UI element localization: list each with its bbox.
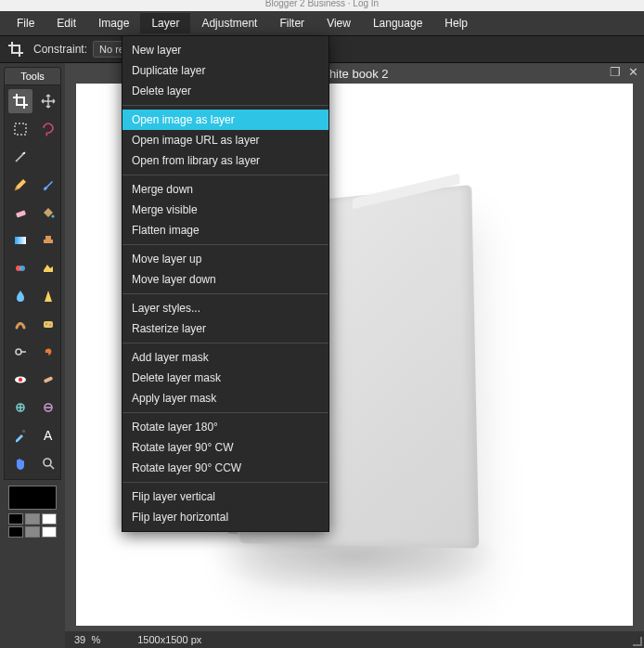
menu-separator [122, 343, 328, 343]
layer-menu-new-layer[interactable]: New layer [122, 40, 328, 60]
menu-view[interactable]: View [316, 13, 362, 33]
crop-icon [6, 39, 26, 59]
zoom-percent: 39 [74, 634, 85, 645]
layer-menu-rasterize-layer[interactable]: Rasterize layer [122, 318, 328, 339]
type-tool[interactable]: A [36, 423, 60, 447]
menu-edit[interactable]: Edit [45, 13, 87, 33]
layer-menu-rotate-layer-90-cw[interactable]: Rotate layer 90° CW [122, 437, 328, 458]
menu-filter[interactable]: Filter [268, 13, 316, 33]
svg-point-20 [44, 459, 51, 466]
sharpen-tool[interactable] [36, 284, 60, 308]
layer-menu-delete-layer[interactable]: Delete layer [122, 81, 328, 101]
spot-heal-tool[interactable] [36, 368, 60, 392]
browser-tab-title: Blogger 2 Business · Log In [0, 0, 644, 11]
layer-menu-dropdown: New layerDuplicate layerDelete layerOpen… [122, 35, 329, 532]
close-icon[interactable]: ✕ [628, 65, 638, 79]
dodge-tool[interactable] [8, 340, 32, 364]
swatch-gray[interactable] [25, 513, 40, 525]
lasso-tool[interactable] [36, 117, 60, 141]
menu-separator [122, 293, 328, 294]
resize-handle-icon[interactable] [633, 637, 642, 646]
svg-point-11 [49, 324, 51, 326]
layer-menu-move-layer-up[interactable]: Move layer up [122, 249, 328, 269]
gradient-tool[interactable] [8, 228, 32, 253]
tools-panel: Tools A [0, 63, 65, 648]
swatch-white[interactable] [42, 513, 57, 525]
layer-menu-merge-down[interactable]: Merge down [122, 179, 328, 200]
burn-tool[interactable] [36, 340, 60, 364]
menu-file[interactable]: File [6, 13, 45, 33]
svg-rect-2 [16, 210, 26, 217]
menu-image[interactable]: Image [87, 13, 140, 33]
svg-point-10 [45, 323, 47, 325]
color-picker-tool[interactable] [8, 423, 32, 447]
layer-menu-rotate-layer-180[interactable]: Rotate layer 180° [122, 417, 328, 437]
status-bar: 39 % 1500x1500 px [65, 631, 644, 648]
svg-rect-6 [44, 240, 53, 243]
clone-stamp-tool[interactable] [36, 228, 60, 253]
eraser-tool[interactable] [8, 201, 32, 225]
svg-rect-0 [15, 123, 26, 135]
constraint-label: Constraint: [33, 43, 87, 56]
smudge-tool[interactable] [8, 312, 32, 336]
menu-separator [122, 244, 328, 245]
layer-menu-flip-layer-vertical[interactable]: Flip layer vertical [122, 486, 328, 507]
tools-grid: A [4, 85, 61, 480]
menu-layer[interactable]: Layer [140, 13, 190, 33]
blur-tool[interactable] [8, 284, 32, 308]
restore-window-icon[interactable]: ❐ [610, 65, 621, 79]
wand-tool[interactable] [8, 145, 32, 169]
menu-separator [122, 412, 328, 413]
svg-rect-5 [45, 236, 51, 240]
zoom-tool[interactable] [36, 451, 60, 475]
menu-separator [122, 482, 328, 483]
canvas-dimensions: 1500x1500 px [137, 634, 201, 645]
svg-point-12 [16, 349, 21, 355]
drawing-tool[interactable] [36, 256, 60, 280]
svg-point-3 [51, 214, 54, 217]
hand-tool[interactable] [8, 451, 32, 475]
layer-menu-layer-styles[interactable]: Layer styles... [122, 298, 328, 318]
layer-menu-open-image-as-layer[interactable]: Open image as layer [122, 110, 328, 130]
layer-menu-apply-layer-mask[interactable]: Apply layer mask [122, 388, 328, 408]
pencil-tool[interactable] [8, 173, 32, 197]
sponge-tool[interactable] [36, 312, 60, 336]
pinch-tool[interactable] [36, 395, 60, 420]
foreground-color-swatch[interactable] [8, 486, 57, 510]
menu-help[interactable]: Help [433, 13, 479, 33]
layer-menu-merge-visible[interactable]: Merge visible [122, 200, 328, 220]
color-replace-tool[interactable] [8, 256, 32, 280]
menu-separator [122, 105, 328, 106]
red-eye-tool[interactable] [8, 368, 32, 392]
svg-rect-4 [15, 237, 26, 244]
paint-bucket-tool[interactable] [36, 201, 60, 225]
svg-point-1 [23, 152, 25, 154]
swatch-black[interactable] [8, 513, 23, 525]
brush-tool[interactable] [36, 173, 60, 197]
layer-menu-add-layer-mask[interactable]: Add layer mask [122, 347, 328, 368]
layer-menu-move-layer-down[interactable]: Move layer down [122, 269, 328, 290]
crop-tool[interactable] [8, 89, 32, 113]
svg-rect-9 [44, 321, 53, 328]
move-tool[interactable] [36, 89, 60, 113]
layer-menu-flatten-image[interactable]: Flatten image [122, 220, 328, 240]
bloat-tool[interactable] [8, 395, 32, 420]
layer-menu-open-image-url-as-layer[interactable]: Open image URL as layer [122, 130, 328, 150]
marquee-tool[interactable] [8, 117, 32, 141]
swatch-gray-2[interactable] [25, 526, 40, 538]
svg-point-8 [19, 266, 25, 271]
swatch-black-2[interactable] [8, 526, 23, 538]
swatch-white-2[interactable] [42, 526, 57, 538]
menu-adjustment[interactable]: Adjustment [190, 13, 268, 33]
layer-menu-duplicate-layer[interactable]: Duplicate layer [122, 60, 328, 81]
menu-language[interactable]: Language [362, 13, 433, 33]
color-swatches [4, 486, 61, 538]
layer-menu-delete-layer-mask[interactable]: Delete layer mask [122, 368, 328, 388]
layer-menu-flip-layer-horizontal[interactable]: Flip layer horizontal [122, 507, 328, 527]
layer-menu-open-from-library-as-layer[interactable]: Open from library as layer [122, 150, 328, 171]
svg-point-14 [19, 378, 22, 382]
layer-menu-rotate-layer-90-ccw[interactable]: Rotate layer 90° CCW [122, 458, 328, 478]
tools-title: Tools [4, 67, 61, 85]
svg-text:A: A [44, 428, 53, 443]
svg-rect-15 [44, 376, 54, 383]
